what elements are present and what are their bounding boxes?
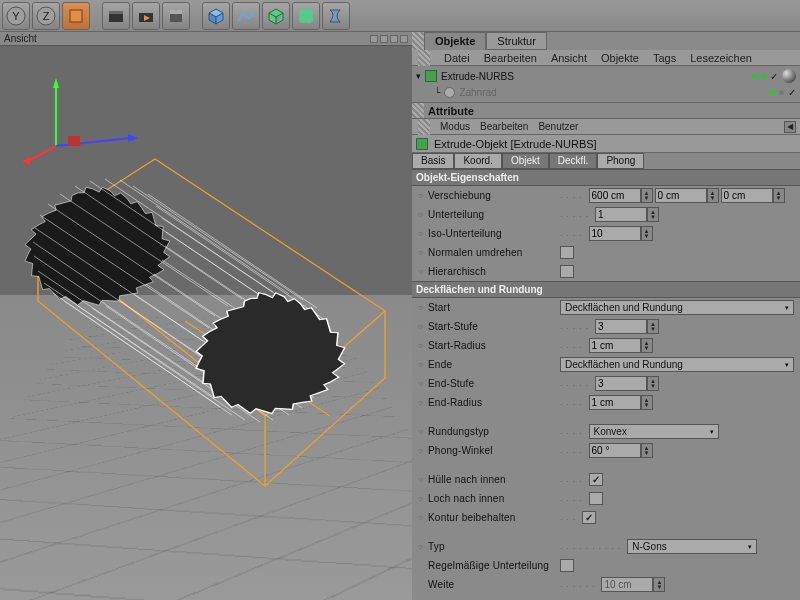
subtab-objekt[interactable]: Objekt xyxy=(502,153,549,169)
section-objekt-eigenschaften: Objekt-Eigenschaften xyxy=(412,169,800,186)
viewport-canvas[interactable] xyxy=(0,46,412,600)
huelle-checkbox[interactable] xyxy=(589,473,603,486)
menu-bearbeiten2[interactable]: Bearbeiten xyxy=(480,121,528,132)
subtab-basis[interactable]: Basis xyxy=(412,153,454,169)
attribute-sub-tabs: Basis Koord. Objekt Deckfl. Phong xyxy=(412,153,800,169)
objects-menu: Datei Bearbeiten Ansicht Objekte Tags Le… xyxy=(412,50,800,66)
start-stufe-field[interactable] xyxy=(595,319,659,334)
tab-struktur[interactable]: Struktur xyxy=(486,32,547,50)
menu-tags[interactable]: Tags xyxy=(653,52,676,64)
cube-primitive-button[interactable] xyxy=(202,2,230,30)
iso-unterteilung-field[interactable] xyxy=(589,226,653,241)
normalen-checkbox[interactable] xyxy=(560,246,574,259)
viewport-title: Ansicht xyxy=(4,33,37,44)
svg-line-45 xyxy=(44,283,212,396)
svg-line-30 xyxy=(148,194,317,308)
extrude-icon xyxy=(425,70,437,82)
svg-line-17 xyxy=(56,138,130,146)
subtab-deckfl[interactable]: Deckfl. xyxy=(549,153,598,169)
object-tree[interactable]: ▾ Extrude-NURBS ✓ └ Zahnrad ✓ xyxy=(412,66,800,103)
attribute-title: Attribute xyxy=(424,105,474,117)
render-settings-button[interactable] xyxy=(162,2,190,30)
model-mode-button[interactable] xyxy=(62,2,90,30)
deformer-button[interactable] xyxy=(322,2,350,30)
ende-dropdown[interactable]: Deckflächen und Rundung▾ xyxy=(560,357,794,372)
top-toolbar: Y Z xyxy=(0,0,800,32)
svg-rect-10 xyxy=(170,10,182,14)
verschiebung-x-field[interactable] xyxy=(589,188,653,203)
objects-panel-tabs: Objekte Struktur xyxy=(412,32,800,50)
section-deckflaechen: Deckflächen und Rundung xyxy=(412,281,800,298)
tree-item-extrude[interactable]: ▾ Extrude-NURBS ✓ xyxy=(416,68,796,84)
start-radius-field[interactable] xyxy=(589,338,653,353)
rundungstyp-dropdown[interactable]: Konvex▾ xyxy=(589,424,719,439)
svg-rect-21 xyxy=(68,136,80,146)
subtab-phong[interactable]: Phong xyxy=(597,153,644,169)
render-picture-button[interactable] xyxy=(102,2,130,30)
end-radius-field[interactable] xyxy=(589,395,653,410)
menu-ansicht[interactable]: Ansicht xyxy=(551,52,587,64)
menu-bearbeiten[interactable]: Bearbeiten xyxy=(484,52,537,64)
menu-modus[interactable]: Modus xyxy=(440,121,470,132)
attribute-menu: Modus Bearbeiten Benutzer xyxy=(412,119,800,135)
material-sphere-icon[interactable] xyxy=(782,69,796,83)
svg-rect-4 xyxy=(70,10,82,22)
menu-datei[interactable]: Datei xyxy=(444,52,470,64)
tab-objekte[interactable]: Objekte xyxy=(424,32,486,50)
verschiebung-y-field[interactable] xyxy=(655,188,719,203)
svg-point-14 xyxy=(305,15,313,23)
svg-line-44 xyxy=(53,293,220,407)
menu-lesezeichen[interactable]: Lesezeichen xyxy=(690,52,752,64)
svg-text:Y: Y xyxy=(12,10,20,22)
array-button[interactable] xyxy=(292,2,320,30)
viewport-panel: Ansicht xyxy=(0,32,412,600)
viewport-nav-icons[interactable] xyxy=(370,35,408,43)
spline-button[interactable] xyxy=(232,2,260,30)
tree-item-zahnrad[interactable]: └ Zahnrad ✓ xyxy=(416,84,796,100)
unterteilung-field[interactable] xyxy=(595,207,659,222)
axis-y-button[interactable]: Y xyxy=(2,2,30,30)
axis-z-button[interactable]: Z xyxy=(32,2,60,30)
weite-field xyxy=(601,577,665,592)
typ-dropdown[interactable]: N-Gons▾ xyxy=(627,539,757,554)
svg-rect-6 xyxy=(109,11,123,14)
regel-unterteilung-checkbox xyxy=(560,559,574,572)
start-dropdown[interactable]: Deckflächen und Rundung▾ xyxy=(560,300,794,315)
subtab-koord[interactable]: Koord. xyxy=(454,153,501,169)
loch-checkbox[interactable] xyxy=(589,492,603,505)
menu-benutzer[interactable]: Benutzer xyxy=(538,121,578,132)
extrude-object-icon xyxy=(416,138,428,150)
hypernurbs-button[interactable] xyxy=(262,2,290,30)
gear-object[interactable] xyxy=(0,156,412,536)
kontur-checkbox[interactable] xyxy=(582,511,596,524)
menu-objekte[interactable]: Objekte xyxy=(601,52,639,64)
svg-marker-16 xyxy=(53,78,59,88)
nav-back-button[interactable] xyxy=(784,121,796,133)
verschiebung-z-field[interactable] xyxy=(721,188,785,203)
svg-text:Z: Z xyxy=(43,10,50,22)
svg-marker-18 xyxy=(128,134,138,142)
phong-winkel-field[interactable] xyxy=(589,443,653,458)
end-stufe-field[interactable] xyxy=(595,376,659,391)
spline-icon xyxy=(444,87,455,98)
svg-rect-5 xyxy=(109,13,123,22)
attribute-object-label: Extrude-Objekt [Extrude-NURBS] xyxy=(434,138,597,150)
hierarchisch-checkbox[interactable] xyxy=(560,265,574,278)
render-active-button[interactable] xyxy=(132,2,160,30)
